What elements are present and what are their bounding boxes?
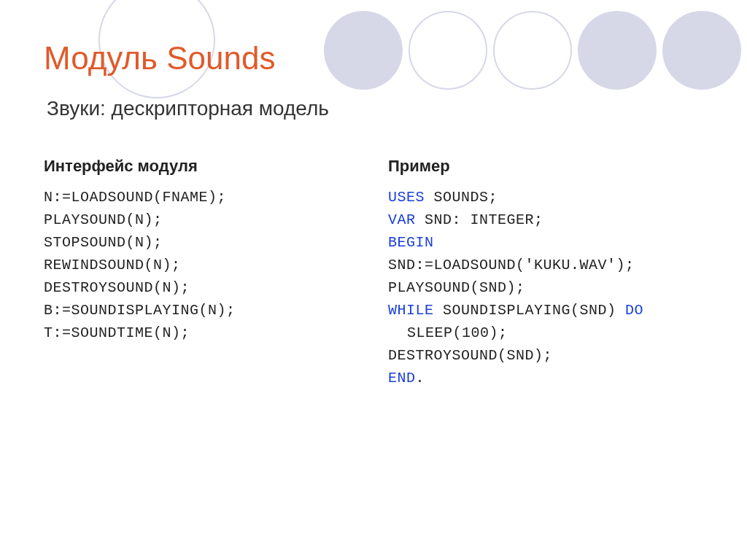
code-text: .: [416, 370, 425, 386]
code-line: USES SOUNDS;: [388, 186, 703, 209]
columns: Интерфейс модуля N:=LOADSOUND(FNAME); PL…: [44, 157, 703, 389]
code-text: SND: INTEGER;: [416, 211, 543, 228]
code-line: REWINDSOUND(N);: [44, 254, 359, 276]
interface-code: N:=LOADSOUND(FNAME); PLAYSOUND(N); STOPS…: [44, 186, 359, 344]
code-line: BEGIN: [388, 231, 703, 254]
code-line: N:=LOADSOUND(FNAME);: [44, 186, 359, 209]
code-line: DESTROYSOUND(N);: [44, 276, 359, 299]
example-code: USES SOUNDS; VAR SND: INTEGER; BEGIN SND…: [388, 186, 703, 389]
code-line: SLEEP(100);: [388, 322, 703, 344]
left-column: Интерфейс модуля N:=LOADSOUND(FNAME); PL…: [44, 157, 359, 389]
right-column: Пример USES SOUNDS; VAR SND: INTEGER; BE…: [388, 157, 703, 389]
slide-subtitle: Звуки: дескрипторная модель: [47, 97, 703, 120]
code-line: STOPSOUND(N);: [44, 231, 359, 254]
code-line: WHILE SOUNDISPLAYING(SND) DO: [388, 299, 703, 322]
code-text: SOUNDISPLAYING(SND): [434, 302, 626, 319]
code-line: PLAYSOUND(N);: [44, 209, 359, 231]
code-line: PLAYSOUND(SND);: [388, 276, 703, 299]
slide-content: Модуль Sounds Звуки: дескрипторная модел…: [0, 0, 747, 389]
code-line: END.: [388, 367, 703, 389]
keyword-begin: BEGIN: [388, 234, 434, 251]
code-line: VAR SND: INTEGER;: [388, 209, 703, 231]
code-line: DESTROYSOUND(SND);: [388, 344, 703, 367]
left-heading: Интерфейс модуля: [44, 157, 359, 176]
keyword-var: VAR: [388, 211, 416, 228]
code-line: SND:=LOADSOUND('KUKU.WAV');: [388, 254, 703, 276]
code-text: SOUNDS;: [425, 189, 498, 206]
code-line: T:=SOUNDTIME(N);: [44, 322, 359, 344]
right-heading: Пример: [388, 157, 703, 176]
keyword-uses: USES: [388, 189, 425, 206]
keyword-while: WHILE: [388, 302, 434, 319]
keyword-do: DO: [625, 302, 643, 319]
code-line: B:=SOUNDISPLAYING(N);: [44, 299, 359, 322]
slide-title: Модуль Sounds: [44, 40, 703, 77]
keyword-end: END: [388, 370, 416, 386]
